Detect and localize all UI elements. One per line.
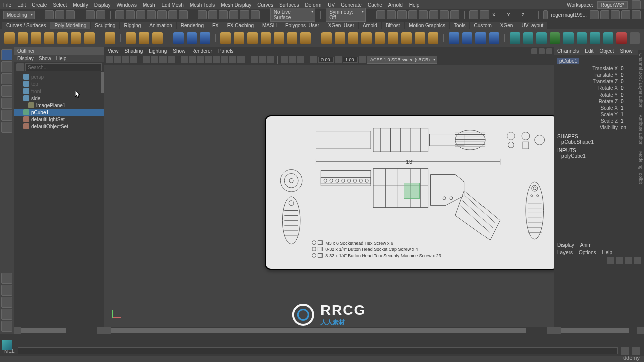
move-tool[interactable] — [1, 73, 12, 84]
vp-gamma-value-icon[interactable] — [335, 56, 342, 63]
snap-plane-icon[interactable] — [229, 10, 238, 19]
layer-move-up-icon[interactable] — [607, 257, 614, 264]
ipt-render-icon[interactable] — [397, 10, 407, 19]
signin-icon[interactable] — [632, 0, 641, 9]
outliner-item-defaultObjectSet[interactable]: defaultObjectSet — [14, 123, 104, 130]
layout-four-icon[interactable] — [1, 285, 12, 296]
tab-fx-caching[interactable]: FX Caching — [223, 22, 258, 29]
target-weld-icon[interactable] — [388, 32, 398, 44]
vp-lights-icon[interactable] — [205, 56, 212, 63]
vp-menu-show[interactable]: Show — [173, 48, 185, 54]
render-settings-icon[interactable] — [408, 10, 417, 19]
tab-polygons-user[interactable]: Polygons_User — [281, 22, 324, 29]
insert-edge-icon[interactable] — [462, 32, 473, 44]
platonic-icon[interactable] — [105, 32, 115, 44]
boolean-icon[interactable] — [247, 32, 258, 44]
vp-xray-icon[interactable] — [259, 56, 266, 63]
tab-custom[interactable]: Custom — [470, 22, 495, 29]
cb-hscroll-right-icon[interactable] — [637, 327, 644, 334]
hscroll-thumb[interactable] — [21, 328, 66, 333]
layout-single-icon[interactable] — [1, 273, 12, 284]
menu-edit-mesh[interactable]: Edit Mesh — [161, 2, 183, 8]
layer-tab-anim[interactable]: Anim — [580, 242, 592, 248]
layer-menu-options[interactable]: Options — [579, 250, 596, 255]
scale-tool[interactable] — [1, 98, 12, 109]
cb-tab-channels[interactable]: Channels — [557, 48, 579, 54]
outliner-menu-help[interactable]: Help — [56, 56, 67, 61]
select-component-icon[interactable] — [179, 10, 188, 19]
cb-shape-node[interactable]: pCubeShape1 — [557, 139, 641, 145]
outliner-tree[interactable]: persptopfrontsideimagePlane1pCube1defaul… — [14, 72, 104, 327]
layer-menu-help[interactable]: Help — [602, 250, 612, 255]
vp-image-plane-icon[interactable] — [130, 56, 137, 63]
layout-two-icon[interactable] — [1, 297, 12, 308]
panel-tearoff-icon[interactable] — [539, 48, 545, 54]
lasso-tool[interactable] — [1, 61, 12, 72]
vp-menu-panels[interactable]: Panels — [218, 48, 234, 54]
layer-menu-layers[interactable]: Layers — [557, 250, 573, 255]
menu-file[interactable]: File — [3, 2, 11, 8]
outliner-menu-show[interactable]: Show — [39, 56, 51, 61]
quad-draw-icon[interactable] — [510, 32, 520, 44]
smooth-icon[interactable] — [261, 32, 271, 44]
outliner-item-front[interactable]: front — [14, 87, 104, 95]
redo-icon[interactable] — [96, 10, 105, 19]
tab-xgen-user[interactable]: XGen_User — [324, 22, 358, 29]
playback-icon[interactable] — [480, 10, 489, 19]
cb-tab-show[interactable]: Show — [620, 48, 632, 54]
tab-curves-surfaces[interactable]: Curves / Surfaces — [2, 22, 50, 29]
make-live-icon[interactable] — [523, 32, 534, 44]
last-tool[interactable] — [1, 110, 12, 121]
play-icon[interactable] — [440, 10, 449, 19]
snap-grid-icon[interactable] — [198, 10, 207, 19]
menu-mesh[interactable]: Mesh — [143, 2, 155, 8]
panel-close-icon[interactable] — [546, 48, 552, 54]
vp-hscroll-left-icon[interactable] — [104, 327, 111, 334]
wedge-icon[interactable] — [603, 32, 614, 44]
shelf-scroll-icon[interactable] — [630, 32, 640, 44]
offset-edge-icon[interactable] — [475, 32, 486, 44]
toggle-shelf-icon[interactable] — [590, 10, 599, 19]
crease-icon[interactable] — [536, 32, 547, 44]
vp-gamma-field[interactable]: 1.00 — [343, 57, 358, 63]
poly-type-t-icon[interactable] — [139, 32, 149, 44]
cb-object-name[interactable]: pCube1 — [557, 58, 579, 64]
lasso-icon[interactable] — [126, 10, 135, 19]
vp-hscroll-right-icon[interactable] — [547, 327, 554, 334]
light-editor-icon[interactable] — [429, 10, 438, 19]
sculpt-icon[interactable] — [550, 32, 560, 44]
vp-lock-camera-icon[interactable] — [114, 56, 121, 63]
mirror-icon[interactable] — [361, 32, 372, 44]
vp-shaded-icon[interactable] — [189, 56, 196, 63]
vp-xray-joints-icon[interactable] — [267, 56, 274, 63]
menu-curves[interactable]: Curves — [257, 2, 273, 8]
sweep-profile-icon[interactable] — [187, 32, 197, 44]
menu-modify[interactable]: Modify — [73, 2, 88, 8]
select-tool[interactable] — [1, 49, 12, 60]
select-mode-icon[interactable] — [115, 10, 124, 19]
vp-grid-icon[interactable] — [143, 56, 150, 63]
undo-icon[interactable] — [86, 10, 95, 19]
cb-tab-edit[interactable]: Edit — [585, 48, 593, 54]
tab-fx[interactable]: FX — [208, 22, 223, 29]
menu-select[interactable]: Select — [53, 2, 67, 8]
menu-display[interactable]: Display — [94, 2, 111, 8]
menu-help[interactable]: Help — [409, 2, 420, 8]
snap-point-icon[interactable] — [219, 10, 228, 19]
account-name[interactable]: rogermagt199... — [551, 12, 587, 18]
vp-menu-view[interactable]: View — [108, 48, 119, 54]
tab-uvlayout[interactable]: UVLayout — [517, 22, 547, 29]
bridge-icon[interactable] — [335, 32, 345, 44]
hscroll-left-icon[interactable] — [14, 327, 21, 334]
layer-tab-display[interactable]: Display — [557, 242, 574, 248]
pause-icon[interactable] — [450, 10, 459, 19]
tab-tools[interactable]: Tools — [450, 22, 469, 29]
tab-bifrost[interactable]: Bifrost — [382, 22, 404, 29]
poly-disc-icon[interactable] — [84, 32, 95, 44]
tab-rigging[interactable]: Rigging — [120, 22, 145, 29]
vp-wireframe-icon[interactable] — [181, 56, 188, 63]
viewport-hscroll[interactable] — [111, 327, 547, 334]
vp-ao-icon[interactable] — [221, 56, 228, 63]
cb-input-node[interactable]: polyCube1 — [557, 153, 641, 159]
side-tab-channelbox[interactable]: Channel Box / Layer Editor — [638, 50, 644, 111]
